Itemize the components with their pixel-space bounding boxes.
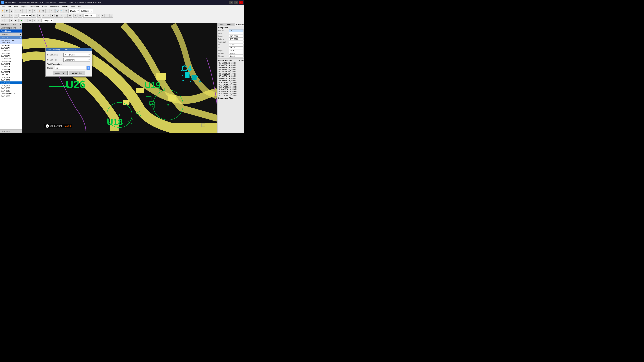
design-manager-item[interactable]: U6 - WS2812B_5050N [218,73,244,75]
zoom-out-button[interactable]: 🔍- [60,9,64,13]
user-components-header[interactable]: User Components ▶ [0,26,22,29]
route1-button[interactable]: ↖ [1,18,5,22]
dim-button[interactable]: ↔ [105,14,109,17]
component-list-item[interactable]: CAP600AP [0,49,22,52]
design-manager-item[interactable]: U12 - WS2812B_5050N [218,86,244,88]
gerber-button[interactable]: G [14,9,18,13]
layer3-dropdown[interactable]: Top [1] [42,18,53,22]
highlight-button[interactable]: ★ [100,14,105,17]
save-button[interactable]: 💾 [5,9,9,13]
circle-button[interactable]: ○ [46,14,50,17]
net-list-button[interactable]: ⊞ [96,14,100,17]
step-button[interactable]: ▷ [24,18,28,22]
component-list-item[interactable]: CAP800AP [0,55,22,57]
paste-button[interactable]: 📋 [37,9,41,13]
menu-library[interactable]: Library [61,5,69,8]
component-list-item[interactable]: CAP200RP [0,65,22,68]
array-button[interactable]: ⊟ [32,18,36,22]
additional-value[interactable] [229,41,244,43]
check-button[interactable]: ✓ [18,9,22,13]
close-button[interactable]: ✕ [239,1,243,4]
design-manager-item[interactable]: U7 - WS2812B_5050N [218,75,244,77]
cancel-filter-button[interactable]: Cancel Filter [69,71,85,75]
fill-button[interactable]: ◼ [50,14,54,17]
component-list-item[interactable]: CAP700AP [0,52,22,55]
menu-edit[interactable]: Edit [7,5,12,8]
assy-dropdown[interactable]: Top Assy [83,14,96,17]
marking2-value[interactable]: Default [229,55,244,57]
design-manager-item[interactable]: U3 - WS2812B_5050N [218,66,244,68]
name-prop-value[interactable]: CAP_0603 [229,35,244,37]
value-value[interactable] [229,32,244,35]
component-list-item[interactable]: CAP_1206 [0,87,22,89]
y-value[interactable]: -15.338 [229,46,244,49]
net-button[interactable]: ~ [10,14,14,17]
tab-layers[interactable]: Layers [218,23,226,26]
design-manager-item[interactable]: U11 - WS2812B_5050N [218,84,244,86]
name-input[interactable] [55,66,86,70]
menu-objects[interactable]: Objects [20,5,29,8]
zoom-fit-button[interactable]: ⊞ [64,9,68,13]
route2-button[interactable]: ⟨ [5,18,9,22]
search-area-select[interactable]: All Libraries [64,53,90,57]
pcb-canvas[interactable]: U26 U19 C4 U18 Filter - Applied ( 227 Co… [22,23,217,133]
filter-on-header[interactable]: Filter ON ▶ [0,36,22,39]
delete-button[interactable]: 🗑 [41,9,45,13]
design-manager-item[interactable]: U9 - WS2812B_5050N [218,79,244,82]
arc-button[interactable]: ◜ [42,14,46,17]
component-list-item[interactable]: CAP_0603 [0,81,22,84]
design-manager-item[interactable]: U15 - WS2812B_5050N [218,92,244,95]
design-manager-item[interactable]: U2 - WS2812B_5050N [218,64,244,66]
component-list-item[interactable]: CAP500AP [0,46,22,49]
other-button[interactable]: ⬜ [109,14,113,17]
cut-button[interactable]: ✂ [28,9,32,13]
filter-close-button[interactable]: × [90,49,90,51]
search-for-select[interactable]: Components [64,58,90,62]
component-list-item[interactable]: POLCAP [0,73,22,76]
design-manager-item[interactable]: U5 - WS2812B_5050N [218,71,244,73]
design-manager-item[interactable]: U16 - WS2812B_5050N [218,95,244,95]
component-list-item[interactable]: CAP_1210 [0,89,22,92]
layer-dropdown[interactable]: Top Side [19,14,32,17]
component-list-item[interactable]: CAP_0504 [0,79,22,81]
design-manager-item[interactable]: U1 - WS2812B_5050N [218,62,244,64]
print-button[interactable]: 🖨 [10,9,14,13]
menu-verification[interactable]: Verification [49,5,60,8]
apply-filter-button[interactable]: Apply Filter [53,71,68,75]
new-library-item[interactable]: New Library [0,29,22,33]
grid-button[interactable]: ⊞ [28,18,32,22]
component-list-item[interactable]: CREATED WITH [0,92,22,95]
menu-view[interactable]: View [13,5,20,8]
green-run-button[interactable]: ▶ [19,18,23,22]
component-list-item[interactable]: CAP_0805 [0,84,22,87]
design-manager-item[interactable]: U4 - WS2812B_5050N [218,68,244,71]
x-value[interactable]: 31.316 [229,43,244,46]
menu-file[interactable]: File [1,5,6,8]
component-list-item[interactable]: CAP_1825 [0,95,22,97]
route3-button[interactable]: ⟩ [10,18,14,22]
menu-help[interactable]: Help [77,5,83,8]
component-list-item[interactable]: CAP1200AP [0,60,22,63]
tab-objects[interactable]: Objects [226,23,235,26]
via-button[interactable]: ⊕ [59,14,63,17]
component-list-item[interactable]: CAP400AP [0,44,22,46]
minimize-button[interactable]: ─ [230,1,234,4]
maximize-button[interactable]: □ [234,1,238,4]
component-list-item[interactable]: CAP1000AP [0,57,22,60]
design-manager-item[interactable]: U10 - WS2812B_5050N [218,82,244,84]
refresh-button[interactable]: ⟳ [14,14,18,17]
design-manager-item[interactable]: U14 - WS2812B_5050N [218,90,244,92]
menu-tools[interactable]: Tools [70,5,76,8]
tab-properties[interactable]: Properties [235,23,244,26]
filter-dialog-title[interactable]: Filter - Applied ( 227 Components ) × [46,48,92,51]
poly-button[interactable]: ⬡ [64,14,68,17]
add-button[interactable]: + [5,14,9,17]
arrow-button[interactable]: ↖ [1,14,5,17]
open-button[interactable]: 📂 [1,9,5,13]
angle-value[interactable]: 334.4 [229,49,244,52]
snap-dropdown[interactable]: 0.003 mm [80,9,93,13]
rotate-button[interactable]: ↺ [37,18,41,22]
component-list-item[interactable]: CAP250RP [0,68,22,71]
component-list[interactable]: CAP400APCAP500APCAP600APCAP700APCAP800AP… [0,44,22,133]
refdes-value[interactable]: C4 [229,29,244,32]
